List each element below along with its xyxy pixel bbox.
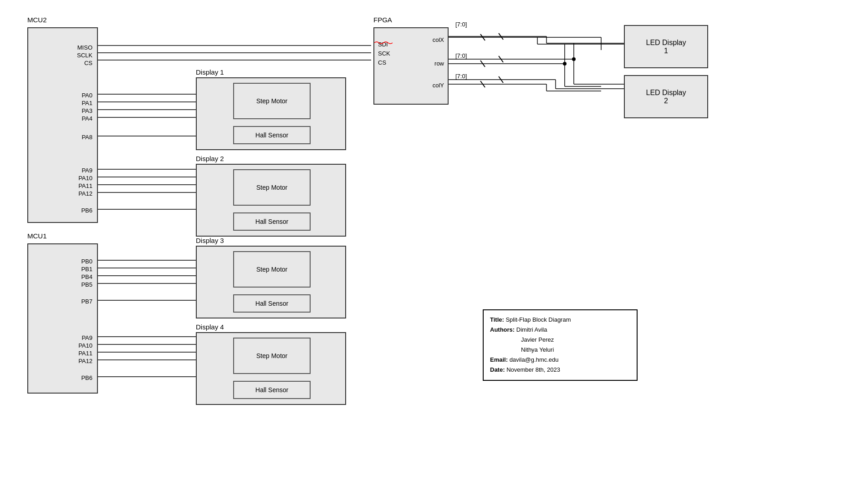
mcu2-pa11: PA11 (78, 182, 92, 189)
display2-title: Display 2 (196, 155, 224, 162)
led-display-2: LED Display2 (624, 75, 708, 118)
info-title-value: Split-Flap Block Diagram (505, 316, 571, 323)
info-email-label: Email: (490, 356, 508, 363)
mcu2-pa3: PA3 (82, 107, 92, 114)
display1-hall-sensor: Hall Sensor (233, 126, 311, 144)
fpga-coly: colY (433, 82, 444, 89)
mcu2-pa12: PA12 (78, 190, 92, 197)
mcu2-pa0: PA0 (82, 92, 92, 99)
display4-step-motor: Step Motor (233, 338, 311, 374)
display3-title: Display 3 (196, 237, 224, 244)
info-authors-line: Authors: Dimitri Avila (490, 325, 630, 335)
info-author3: Nithya Yeluri (521, 346, 554, 353)
colx-wavy (374, 41, 393, 45)
display1-block: Step Motor Hall Sensor (196, 77, 346, 150)
display3-block: Step Motor Hall Sensor (196, 246, 346, 318)
info-email-line: Email: davila@g.hmc.edu (490, 355, 630, 365)
mcu2-title: MCU2 (27, 16, 47, 24)
fpga-title: FPGA (373, 16, 392, 24)
info-date-line: Date: November 8th, 2023 (490, 365, 630, 375)
info-title-label: Title: (490, 316, 504, 323)
bus-label-colx: [7:0] (455, 21, 467, 28)
mcu1-pb6: PB6 (81, 374, 92, 381)
mcu1-pb4: PB4 (81, 273, 92, 280)
info-author2-line: Javier Perez (490, 335, 630, 345)
fpga-cs: CS (378, 59, 386, 66)
fpga-sck: SCK (378, 50, 390, 57)
display4-block: Step Motor Hall Sensor (196, 332, 346, 405)
display2-hall-sensor: Hall Sensor (233, 212, 311, 231)
mcu2-sclk: SCLK (77, 52, 92, 59)
mcu1-pa9: PA9 (82, 334, 92, 341)
bus-label-row: [7:0] (455, 52, 467, 59)
display1-step-motor: Step Motor (233, 83, 311, 119)
mcu1-pa10: PA10 (78, 342, 92, 349)
mcu1-pb1: PB1 (81, 266, 92, 273)
display2-block: Step Motor Hall Sensor (196, 164, 346, 237)
info-author2: Javier Perez (521, 336, 554, 343)
mcu1-block: PB0 PB1 PB4 PB5 PB7 PA9 PA10 PA11 PA12 P… (27, 243, 98, 394)
fpga-colx: colX (433, 36, 444, 43)
display4-hall-sensor: Hall Sensor (233, 381, 311, 399)
mcu2-pa8: PA8 (82, 134, 92, 141)
display1-title: Display 1 (196, 68, 224, 76)
info-author1: Dimitri Avila (516, 326, 547, 333)
led-display-1: LED Display1 (624, 25, 708, 68)
mcu1-pa11: PA11 (78, 350, 92, 357)
info-authors-label: Authors: (490, 326, 515, 333)
mcu2-cs: CS (84, 60, 92, 66)
info-author3-line: Nithya Yeluri (490, 345, 630, 355)
mcu2-pa1: PA1 (82, 100, 92, 106)
mcu2-pb6: PB6 (81, 207, 92, 214)
fpga-block: SDI SCK CS colX row colY (373, 27, 449, 105)
mcu2-pa9: PA9 (82, 167, 92, 174)
display2-step-motor: Step Motor (233, 169, 311, 206)
display4-title: Display 4 (196, 323, 224, 331)
info-box: Title: Split-Flap Block Diagram Authors:… (483, 309, 638, 381)
info-email-value: davila@g.hmc.edu (510, 356, 559, 363)
mcu1-pb5: PB5 (81, 281, 92, 288)
mcu1-pb7: PB7 (81, 298, 92, 305)
fpga-row: row (434, 60, 444, 67)
info-date-value: November 8th, 2023 (506, 366, 560, 373)
info-date-label: Date: (490, 366, 505, 373)
info-title-line: Title: Split-Flap Block Diagram (490, 315, 630, 325)
mcu1-title: MCU1 (27, 232, 47, 240)
display3-hall-sensor: Hall Sensor (233, 294, 311, 313)
mcu1-pb0: PB0 (81, 258, 92, 265)
mcu2-pa10: PA10 (78, 175, 92, 182)
diagram: MCU2 MISO SCLK CS PA0 PA1 PA3 PA4 PA8 PA… (0, 0, 868, 485)
bus-label-coly: [7:0] (455, 73, 467, 80)
mcu1-pa12: PA12 (78, 358, 92, 364)
mcu2-pa4: PA4 (82, 115, 92, 122)
display3-step-motor: Step Motor (233, 251, 311, 288)
mcu2-miso: MISO (77, 44, 92, 51)
mcu2-block: MISO SCLK CS PA0 PA1 PA3 PA4 PA8 PA9 PA1… (27, 27, 98, 223)
